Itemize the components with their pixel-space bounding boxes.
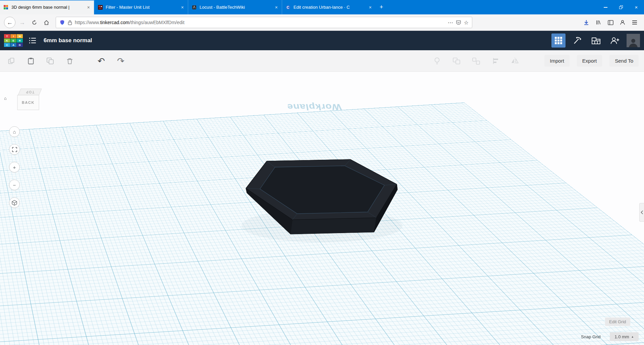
group-button[interactable] (450, 55, 463, 67)
sidebar-toggle-button[interactable] (605, 17, 616, 28)
minimize-icon (604, 7, 607, 8)
url-text[interactable]: https://www.tinkercad.com/things/auwEbMX… (75, 20, 445, 25)
logo-tile: R (17, 39, 23, 43)
pocket-icon[interactable] (456, 20, 461, 25)
tracking-shield-icon[interactable] (59, 19, 65, 25)
logo-tile: K (4, 39, 10, 43)
duplicate-icon (46, 57, 54, 65)
avatar-silhouette-icon (628, 37, 638, 47)
home-button[interactable] (41, 17, 52, 28)
align-icon (492, 57, 499, 65)
battletechwiki-favicon (192, 5, 197, 10)
import-button[interactable]: Import (544, 55, 570, 67)
snap-grid-value: 1.0 mm (614, 334, 629, 339)
design-canvas[interactable]: Workplane TOP BACK ⌂ ⌂ + − (0, 72, 644, 345)
tab-close-icon[interactable]: × (368, 5, 372, 10)
mirror-button[interactable] (509, 55, 521, 67)
snap-grid-view-button[interactable] (551, 33, 566, 48)
back-button[interactable]: ← (4, 17, 15, 28)
url-domain: tinkercad.com (100, 20, 129, 25)
hamburger-icon (632, 20, 637, 24)
logo-tile: E (10, 39, 16, 43)
mul-favicon (98, 5, 103, 10)
titlebar-spacer (387, 0, 598, 14)
delete-button[interactable] (64, 55, 76, 67)
tab-battletechwiki[interactable]: Locust - BattleTechWiki × (188, 0, 282, 14)
url-path: /things/auwEbMXlfDm/edit (129, 20, 184, 25)
tab-close-icon[interactable]: × (274, 5, 278, 10)
snap-grid-dropdown[interactable]: 1.0 mm ▲ (610, 332, 639, 341)
blocks-mode-button[interactable] (570, 33, 584, 48)
share-invite-button[interactable] (608, 33, 622, 48)
sidebar-icon (608, 20, 613, 25)
bricks-mode-button[interactable] (589, 33, 603, 48)
duplicate-button[interactable] (44, 55, 56, 67)
window-minimize-button[interactable] (598, 0, 613, 14)
tab-3d-design[interactable]: 3D design 6mm base normal | × (0, 0, 94, 14)
logo-tile: I (10, 34, 16, 38)
home-icon (44, 20, 49, 25)
bookmark-star-icon[interactable]: ☆ (464, 19, 469, 26)
reload-icon (32, 20, 37, 25)
tab-close-icon[interactable]: × (87, 5, 91, 10)
menu-button[interactable] (629, 17, 640, 28)
logo-tile: A (10, 43, 16, 47)
window-restore-button[interactable] (613, 0, 629, 14)
design-menu-icon (29, 37, 36, 44)
library-button[interactable] (593, 17, 604, 28)
edit-toolbar: ↶ ↷ Import Export Send To (0, 50, 644, 72)
new-tab-button[interactable]: + (376, 0, 387, 14)
copy-button[interactable] (5, 55, 17, 67)
tab-master-unit-list[interactable]: Filter - Master Unit List × (94, 0, 188, 14)
mirror-icon (511, 57, 519, 65)
tab-title: Filter - Master Unit List (106, 5, 178, 10)
logo-tile: D (17, 43, 23, 47)
user-avatar[interactable] (627, 34, 640, 47)
design-title[interactable]: 6mm base normal (44, 37, 92, 44)
tab-title: Edit creation Urban-lance · C (293, 5, 366, 10)
undo-button[interactable]: ↶ (95, 55, 107, 67)
tab-title: Locust - BattleTechWiki (200, 5, 272, 10)
export-button[interactable]: Export (577, 55, 602, 67)
library-icon (596, 20, 601, 25)
grid-icon (555, 37, 562, 44)
send-to-button[interactable]: Send To (609, 55, 639, 67)
logo-tile: C (4, 43, 10, 47)
account-button[interactable] (617, 17, 628, 28)
window-close-button[interactable]: × (629, 0, 644, 14)
copy-icon (8, 57, 15, 65)
browser-navbar: ← → https://www.tinkercad.com/things/auw… (0, 14, 644, 31)
url-prefix: https://www. (75, 20, 100, 25)
tab-title: 3D design 6mm base normal | (11, 5, 84, 10)
tinkercad-logo[interactable]: T I N K E R C A D (4, 34, 23, 47)
downloads-button[interactable] (581, 17, 592, 28)
add-user-icon (610, 37, 620, 45)
download-icon (584, 20, 589, 25)
url-bar[interactable]: https://www.tinkercad.com/things/auwEbMX… (56, 17, 472, 28)
panel-expand-tab[interactable] (639, 203, 644, 222)
lightbulb-icon (434, 57, 440, 65)
hexagon-base-object[interactable] (0, 72, 644, 345)
align-button[interactable] (489, 55, 501, 67)
ungroup-button[interactable] (470, 55, 482, 67)
caret-up-icon: ▲ (631, 335, 634, 338)
page-actions-icon[interactable]: ⋯ (448, 19, 453, 26)
edit-grid-button[interactable]: Edit Grid (605, 318, 630, 326)
tab-edit-creation[interactable]: Edit creation Urban-lance · C × (282, 0, 376, 14)
account-icon (620, 20, 625, 25)
ungroup-icon (472, 57, 480, 65)
logo-tile: T (4, 34, 10, 38)
redo-button[interactable]: ↷ (115, 55, 127, 67)
paste-button[interactable] (25, 55, 37, 67)
chevron-left-icon (641, 210, 643, 214)
forward-button[interactable]: → (17, 17, 28, 28)
reload-button[interactable] (29, 17, 40, 28)
creation-favicon (285, 5, 291, 10)
design-properties-button[interactable] (28, 33, 38, 48)
logo-tile: N (17, 34, 23, 38)
tab-close-icon[interactable]: × (180, 5, 184, 10)
restore-icon (619, 5, 623, 9)
show-all-button[interactable] (431, 55, 443, 67)
tinkercad-favicon (3, 5, 9, 10)
lock-icon[interactable] (68, 20, 72, 25)
